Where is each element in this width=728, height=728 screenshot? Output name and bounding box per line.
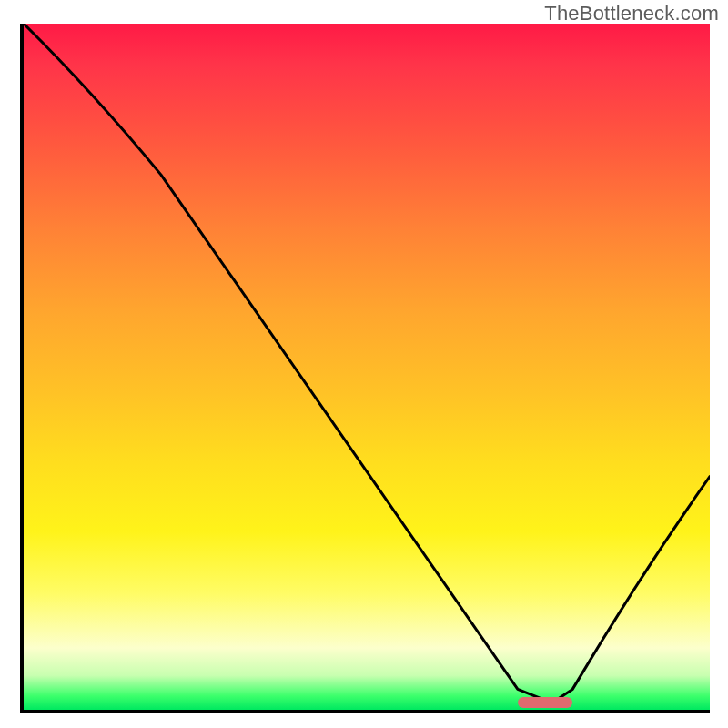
plot-area [20, 24, 710, 713]
bottleneck-curve-svg [24, 24, 710, 710]
bottleneck-curve-path [24, 24, 710, 703]
chart-container: TheBottleneck.com [0, 0, 728, 728]
watermark-text: TheBottleneck.com [544, 2, 719, 25]
optimal-range-marker [518, 697, 572, 708]
